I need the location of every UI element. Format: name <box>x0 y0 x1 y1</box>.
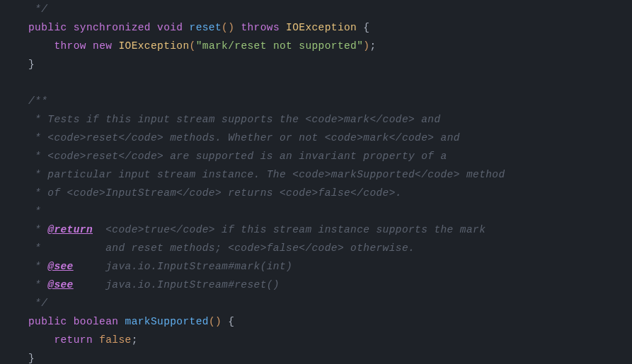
javadoc-tag-see: @see <box>47 279 73 290</box>
keyword-throw: throw <box>54 40 86 52</box>
type-ioexception: IOException <box>286 22 357 33</box>
keyword-boolean: boolean <box>74 316 119 327</box>
javadoc-line: * of <code>InputStream</code> returns <c… <box>28 187 402 199</box>
literal-false: false <box>99 334 132 346</box>
parens: () <box>222 22 234 33</box>
javadoc-start: /** <box>28 95 47 107</box>
javadoc-line: * <box>28 206 41 217</box>
brace-close: } <box>28 59 35 70</box>
keyword-public: public <box>28 316 67 327</box>
string-literal: "mark/reset not supported" <box>196 40 364 52</box>
code-editor[interactable]: */ public synchronized void reset() thro… <box>0 0 632 364</box>
keyword-synchronized: synchronized <box>74 22 151 33</box>
type-ioexception: IOException <box>118 40 189 52</box>
javadoc-see: * @see java.io.InputStream#reset() <box>28 279 280 290</box>
keyword-throws: throws <box>241 22 280 33</box>
brace: { <box>357 22 369 33</box>
brace-close: } <box>28 353 35 364</box>
javadoc-line: * and reset methods; <code>false</code> … <box>28 242 415 254</box>
javadoc-line: * <code>reset</code> are supported is an… <box>28 151 447 162</box>
keyword-void: void <box>157 22 183 33</box>
keyword-public: public <box>28 22 67 33</box>
brace: { <box>222 316 234 327</box>
parens: () <box>209 316 222 327</box>
semicolon: ; <box>369 40 376 52</box>
javadoc-return: * @return <code>true</code> if this stre… <box>28 224 486 235</box>
javadoc-line: * <code>reset</code> methods. Whether or… <box>28 132 460 143</box>
method-name: markSupported <box>125 316 209 327</box>
javadoc-end: */ <box>28 298 47 309</box>
javadoc-tag-return: @return <box>47 224 93 235</box>
javadoc-line: * Tests if this input stream supports th… <box>28 114 441 125</box>
javadoc-tag-see: @see <box>47 261 73 272</box>
method-name: reset <box>190 22 222 33</box>
paren-open: ( <box>190 40 196 52</box>
semicolon: ; <box>132 334 138 346</box>
javadoc-line: * particular input stream instance. The … <box>28 169 505 180</box>
javadoc-see: * @see java.io.InputStream#mark(int) <box>28 261 292 272</box>
keyword-new: new <box>93 40 112 52</box>
comment-end: */ <box>28 4 47 15</box>
keyword-return: return <box>54 334 93 346</box>
